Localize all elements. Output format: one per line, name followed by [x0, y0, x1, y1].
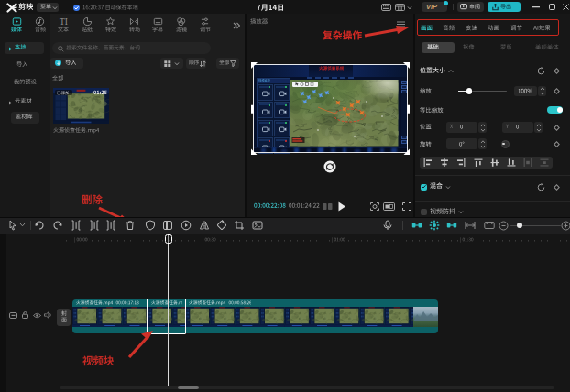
svg-text:TI: TI	[60, 17, 68, 27]
svg-text:VIP: VIP	[426, 4, 438, 10]
